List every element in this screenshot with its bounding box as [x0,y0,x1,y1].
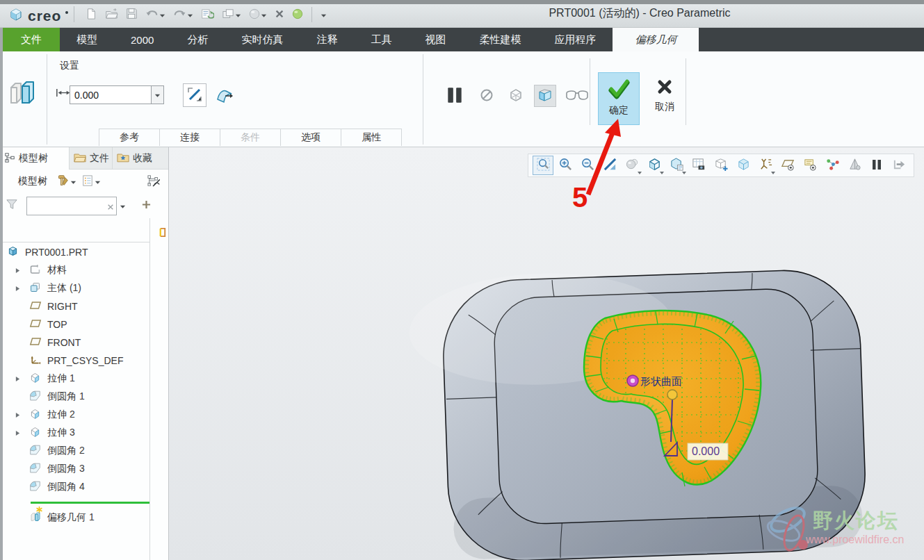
redo-button[interactable] [170,6,196,24]
tree-item-FRONT[interactable]: FRONT [0,333,149,352]
tree-item-拉伸 1[interactable]: 拉伸 1 [0,370,149,388]
panel-tab-连接[interactable]: 连接 [159,129,220,146]
tab-live-simulation[interactable]: 实时仿真 [225,28,300,51]
tree-item-拉伸 3[interactable]: 拉伸 3 [0,424,149,442]
new-file-button[interactable] [82,6,100,24]
tree-item-PRT_CSYS_DEF[interactable]: PRT_CSYS_DEF [0,352,149,370]
window-switch-button[interactable] [219,6,244,24]
add-filter-button[interactable] [138,199,155,212]
nav-tab-文件[interactable]: 文件 [70,147,113,169]
repaint-icon [603,157,617,174]
close-window-button[interactable] [272,7,287,23]
repaint-button[interactable] [599,156,620,175]
shading-style-button[interactable] [622,156,642,175]
ok-button[interactable]: 确定 [598,72,640,125]
cancel-button[interactable]: 取消 [644,72,686,125]
round-icon [29,390,44,404]
tab-flexible-modeling[interactable]: 柔性建模 [462,28,537,51]
surface-option-button[interactable] [211,86,240,106]
save-file-button[interactable] [123,6,140,24]
regenerate-button[interactable] [198,6,217,24]
tree-expander[interactable] [15,265,29,276]
tree-item-倒圆角 1[interactable]: 倒圆角 1 [0,388,149,406]
tree-search-input[interactable] [26,197,117,215]
tab-view[interactable]: 视图 [408,28,462,51]
offset-value-input[interactable] [70,85,152,104]
search-dropdown[interactable] [117,197,128,215]
point-symbol-display-button[interactable] [822,156,843,175]
tab-file[interactable]: 文件 [3,28,60,51]
panel-tab-属性[interactable]: 属性 [341,129,402,146]
attached-preview-button[interactable] [534,85,556,107]
tree-item-label: 拉伸 2 [47,409,75,421]
wireframe-preview-icon [508,88,524,105]
new-annotation-view-button[interactable] [711,156,731,175]
customize-quick-access-button[interactable] [318,8,330,22]
tree-item-PRT0001.PRT[interactable]: PRT0001.PRT [0,243,149,261]
nav-tab-模型树[interactable]: 模型树 [0,147,70,170]
datum-display-filter-button[interactable] [755,156,776,175]
saved-orientations-button[interactable] [666,156,687,175]
close-window-icon [275,9,284,21]
offset-value-dropdown[interactable] [152,85,164,104]
3d-viewport[interactable]: 0.000 形状曲面 [169,147,924,560]
flip-direction-button[interactable] [183,83,206,107]
tree-expander[interactable] [15,373,29,384]
drag-handle[interactable] [667,390,677,400]
tree-item-主体 (1)[interactable]: 主体 (1) [0,279,149,297]
pause-button[interactable] [441,85,469,107]
tree-item-TOP[interactable]: TOP [0,315,149,333]
unattached-preview-button[interactable] [505,85,527,107]
caret-down-icon [660,172,664,174]
tree-item-偏移几何 1[interactable]: 偏移几何 1 [0,509,149,527]
zoom-out-button[interactable] [577,156,598,175]
tree-item-倒圆角 4[interactable]: 倒圆角 4 [0,478,149,496]
dimension-value[interactable]: 0.000 [692,445,720,457]
tree-item-label: 材料 [47,264,67,277]
tree-item-拉伸 2[interactable]: 拉伸 2 [0,406,149,424]
tree-settings-button[interactable] [56,173,78,190]
tree-item-材料[interactable]: 材料 [0,261,149,279]
tab-offset-geometry[interactable]: 偏移几何 [613,28,699,51]
hide-tree-button[interactable] [146,173,161,190]
tree-filters-button[interactable] [81,173,102,190]
insert-here-line[interactable] [31,502,149,504]
watermark-url: www.proewildfire.cn [806,534,904,546]
transparent-display-button[interactable] [733,156,754,175]
tree-item-倒圆角 2[interactable]: 倒圆角 2 [0,442,149,460]
tab-applications[interactable]: 应用程序 [537,28,613,51]
tree-expander[interactable] [15,427,29,438]
pause-button[interactable] [866,156,887,175]
tab-analysis[interactable]: 分析 [170,28,225,51]
panel-tab-选项[interactable]: 选项 [280,129,341,146]
render-style-button[interactable] [246,6,270,24]
display-style-button[interactable] [644,156,665,175]
tab-annotate[interactable]: 注释 [300,28,354,51]
exit-view-button[interactable] [889,156,909,175]
view-manager-button[interactable] [688,156,709,175]
graphics-area[interactable]: 0.000 形状曲面 野火论坛 www.proewildfire.cn [169,147,924,560]
tab-2000[interactable]: 2000 [114,28,170,51]
undo-button[interactable] [143,6,168,24]
open-file-button[interactable] [102,6,121,24]
tree-item-label: 偏移几何 1 [47,511,95,524]
feature-preview-button[interactable] [563,85,591,107]
material-render-button[interactable] [289,6,306,24]
tree-expander[interactable] [15,283,29,294]
zoom-in-button[interactable] [555,156,576,175]
tab-tools[interactable]: 工具 [354,28,408,51]
tree-item-倒圆角 3[interactable]: 倒圆角 3 [0,460,149,478]
tree-item-RIGHT[interactable]: RIGHT [0,297,149,315]
annotation-display-button[interactable] [800,156,820,175]
spin-center-button[interactable] [844,156,865,175]
nav-tab-收藏[interactable]: 收藏 [113,147,168,169]
tab-model[interactable]: 模型 [60,28,114,51]
annotation-step-number: 5 [565,182,595,213]
clear-search-button[interactable] [107,202,114,213]
tree-expander[interactable] [15,409,29,420]
extrude-icon [29,372,44,386]
no-preview-button[interactable] [476,85,498,107]
plane-display-button[interactable] [777,156,798,175]
panel-tab-参考[interactable]: 参考 [99,129,160,146]
zoom-fit-button[interactable] [533,156,553,175]
